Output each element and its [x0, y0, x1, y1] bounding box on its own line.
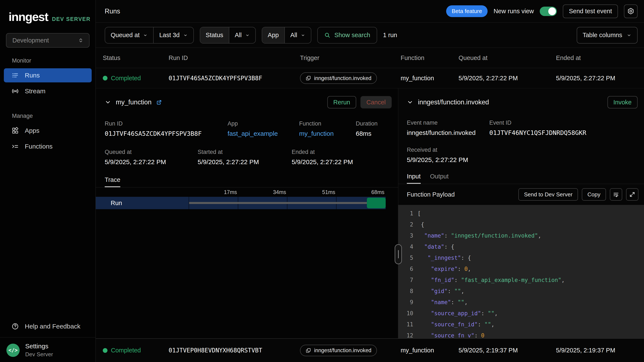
trigger-badge[interactable]: inngest/function.invoked: [300, 345, 377, 356]
show-search-label: Show search: [334, 32, 370, 39]
sidebar-item-apps[interactable]: Apps: [4, 124, 92, 138]
sidebar-item-runs-label: Runs: [25, 72, 40, 79]
sidebar-section-manage: Manage: [12, 113, 96, 119]
table-row[interactable]: Completed 01JTVF46SA5ZCDK4YPFSPV3B8F inn…: [96, 68, 644, 88]
run-ended-at: 5/9/2025, 2:27:22 PM: [556, 75, 644, 82]
line-number: 11: [404, 319, 413, 330]
line-number: 3: [404, 230, 413, 241]
column-header-queued-at[interactable]: Queued at: [458, 54, 556, 61]
sidebar-item-apps-label: Apps: [25, 127, 39, 134]
gear-icon: [627, 7, 634, 15]
column-header-status[interactable]: Status: [103, 54, 168, 61]
environment-select[interactable]: Development: [6, 33, 90, 48]
sidebar-item-functions[interactable]: Functions: [4, 139, 92, 154]
collapse-chevron-icon[interactable]: [407, 99, 413, 105]
column-header-run-id[interactable]: Run ID: [168, 54, 300, 61]
line-number: 10: [404, 308, 413, 319]
external-link-icon[interactable]: [156, 99, 162, 105]
trace-timeline: 17ms 34ms 51ms 68ms Run: [96, 187, 386, 209]
new-runs-view-label: New runs view: [494, 8, 534, 15]
code-line: 7 "fn_id": "fast_api_example-my_function…: [404, 274, 644, 286]
trace-run-label: Run: [96, 197, 189, 209]
help-and-feedback[interactable]: Help and Feedback: [4, 319, 92, 333]
column-header-ended-at[interactable]: Ended at: [556, 54, 644, 61]
status-filter-label: Status: [200, 27, 229, 43]
trace-run-row[interactable]: Run: [96, 197, 386, 209]
line-number: 2: [404, 219, 413, 230]
sidebar-spacer: [0, 154, 96, 319]
line-number: 4: [404, 241, 413, 252]
column-header-function[interactable]: Function: [401, 54, 458, 61]
stream-icon: [12, 88, 19, 95]
app-window: inngest DEV SERVER Development Monitor R…: [0, 0, 644, 362]
panel-resizer[interactable]: [395, 244, 402, 264]
started-at-value: 5/9/2025, 2:27:22 PM: [198, 158, 292, 166]
show-search-button[interactable]: Show search: [317, 27, 377, 43]
time-range-dropdown[interactable]: Last 3d: [153, 27, 193, 43]
function-link[interactable]: my_function: [299, 130, 356, 137]
queued-at-label: Queued at: [105, 149, 198, 155]
rerun-button[interactable]: Rerun: [327, 96, 356, 108]
search-icon: [324, 32, 330, 38]
new-runs-view-toggle[interactable]: [540, 7, 557, 16]
trace-execution-bar[interactable]: [367, 198, 386, 208]
line-number: 8: [404, 286, 413, 297]
received-at-label: Received at: [407, 147, 638, 153]
sidebar-item-functions-label: Functions: [25, 143, 52, 150]
run-function: my_function: [401, 347, 458, 354]
code-line: 6 "expire": 0,: [404, 263, 644, 274]
tab-trace[interactable]: Trace: [105, 176, 120, 187]
table-columns-button[interactable]: Table columns: [577, 27, 638, 43]
run-detail-panel: my_function Rerun Cancel Run ID 01JTVF46…: [96, 88, 398, 338]
code-line: 9 "name": "",: [404, 297, 644, 308]
tab-output[interactable]: Output: [430, 173, 449, 184]
topbar-controls: Beta feature New runs view Send test eve…: [446, 4, 638, 18]
tab-input[interactable]: Input: [407, 173, 421, 184]
code-line: 1[: [404, 208, 644, 219]
code-line: 4 "data": {: [404, 241, 644, 252]
run-status: Completed: [111, 347, 141, 354]
event-icon: [306, 75, 311, 81]
sidebar-item-runs[interactable]: Runs: [4, 68, 92, 82]
send-to-dev-server-button[interactable]: Send to Dev Server: [518, 188, 578, 201]
functions-icon: [12, 143, 19, 150]
status-filter-dropdown[interactable]: All: [229, 27, 255, 43]
app-link[interactable]: fast_api_example: [228, 130, 299, 137]
started-at-label: Started at: [198, 149, 292, 155]
cancel-button[interactable]: Cancel: [360, 96, 392, 108]
copy-button[interactable]: Copy: [582, 188, 606, 201]
send-test-event-button[interactable]: Send test event: [563, 4, 618, 18]
invoke-button[interactable]: Invoke: [608, 96, 638, 108]
sidebar-item-stream[interactable]: Stream: [4, 84, 92, 98]
settings-item[interactable]: </> Settings Dev Server: [4, 343, 92, 358]
payload-code[interactable]: 1[2 {3 "name": "inngest/function.invoked…: [398, 205, 644, 338]
trigger-badge[interactable]: inngest/function.invoked: [300, 72, 377, 84]
settings-gear-button[interactable]: [624, 4, 638, 18]
run-id: 01JTVEP0H8EVDNYXH68QRSTVBT: [168, 347, 300, 354]
collapse-chevron-icon[interactable]: [105, 99, 111, 105]
table-columns-label: Table columns: [583, 32, 622, 39]
inngest-logo: inngest: [8, 10, 48, 24]
expand-button[interactable]: [626, 188, 638, 201]
run-detail-title: my_function: [116, 98, 152, 106]
timeline-ticks: 17ms 34ms 51ms 68ms: [96, 187, 386, 197]
app-filter-label: App: [262, 27, 284, 43]
timeline-tick: 68ms: [359, 189, 384, 195]
run-status-cell: Completed: [103, 75, 168, 82]
event-detail-title: inngest/function.invoked: [418, 98, 489, 106]
topbar: Runs Beta feature New runs view Send tes…: [96, 0, 644, 23]
trigger-name: inngest/function.invoked: [314, 347, 371, 354]
duration-label: Duration: [356, 120, 392, 127]
sidebar-section-monitor: Monitor: [12, 57, 96, 64]
expand-icon: [629, 191, 636, 198]
column-header-trigger[interactable]: Trigger: [300, 54, 401, 61]
queued-at-dropdown[interactable]: Queued at: [105, 27, 153, 43]
help-and-feedback-label: Help and Feedback: [25, 323, 80, 330]
word-wrap-button[interactable]: [610, 188, 622, 201]
beta-feature-badge: Beta feature: [446, 5, 488, 17]
line-number: 7: [404, 274, 413, 286]
app-filter-dropdown[interactable]: All: [284, 27, 311, 43]
table-row[interactable]: Completed 01JTVEP0H8EVDNYXH68QRSTVBT inn…: [96, 338, 644, 362]
runs-table-header: Status Run ID Trigger Function Queued at…: [96, 48, 644, 68]
page-title: Runs: [105, 7, 120, 15]
